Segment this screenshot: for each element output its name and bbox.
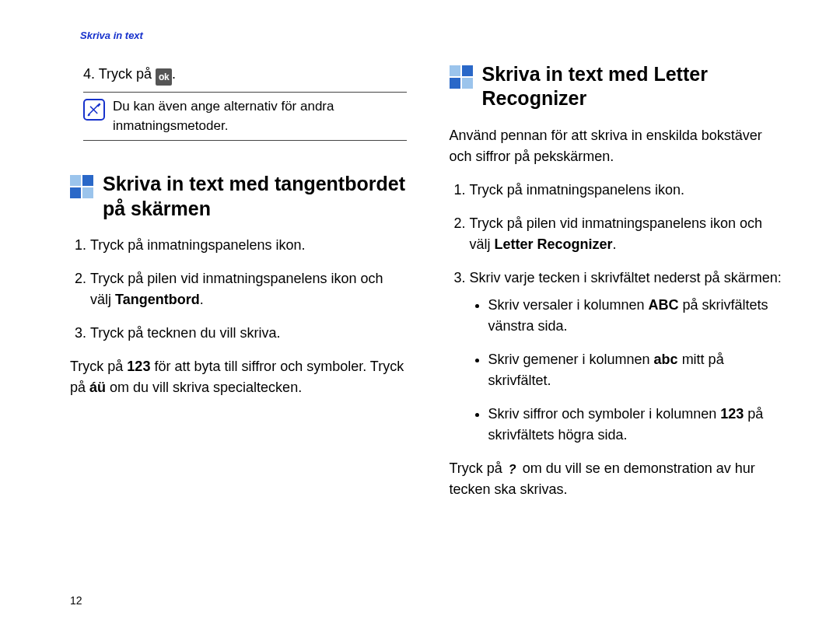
list-item: Skriv versaler i kolumnen ABC på skrivfä… [488,295,786,337]
section-head-letter: Skriva in text med Letter Recognizer [450,62,786,111]
keyboard-steps: Tryck på inmatningspanelens ikon. Tryck … [70,235,407,344]
step4-prefix: 4. Tryck på [83,66,156,82]
right-column: Skriva in text med Letter Recognizer Anv… [450,62,786,500]
letter-intro: Använd pennan för att skriva in enskilda… [450,125,786,167]
letter-steps: Tryck på inmatningspanelens ikon. Tryck … [450,180,786,446]
section-title-letter: Skriva in text med Letter Recognizer [482,62,786,111]
left-column: 4. Tryck på ok. Du kan även ange alterna… [70,62,407,500]
step4-suffix: . [172,66,176,82]
section-head-keyboard: Skriva in text med tangentbordet på skär… [70,172,407,221]
step-4: 4. Tryck på ok. [83,64,407,86]
page-header: Skriva in text [80,30,143,41]
letter-after: Tryck på ? om du vill se en demonstratio… [450,458,786,500]
keyboard-after: Tryck på 123 för att byta till siffror o… [70,356,407,398]
ok-icon: ok [156,68,172,86]
list-item: Tryck på pilen vid inmatningspanelens ik… [470,213,786,255]
section-title-keyboard: Skriva in text med tangentbordet på skär… [103,172,407,221]
squares-icon [70,175,93,198]
note-icon [83,99,105,121]
help-icon: ? [506,460,519,479]
columns: 4. Tryck på ok. Du kan även ange alterna… [70,62,786,500]
note-box: Du kan även ange alternativ för andra in… [83,92,407,141]
list-item: Tryck på pilen vid inmatningspanelens ik… [90,268,407,310]
list-item: Tryck på tecknen du vill skriva. [90,323,407,344]
manual-page: Skriva in text 4. Tryck på ok. Du kan äv… [0,0,840,630]
list-item: Skriv siffror och symboler i kolumnen 12… [488,404,786,446]
page-number: 12 [70,594,82,607]
list-item: Skriv gemener i kolumnen abc mitt på skr… [488,349,786,391]
letter-sub-bullets: Skriv versaler i kolumnen ABC på skrivfä… [470,295,786,446]
list-item: Skriv varje tecken i skrivfältet nederst… [470,268,786,446]
squares-icon [450,65,473,89]
note-text: Du kan även ange alternativ för andra in… [113,97,407,135]
list-item: Tryck på inmatningspanelens ikon. [470,180,786,201]
list-item: Tryck på inmatningspanelens ikon. [90,235,407,256]
